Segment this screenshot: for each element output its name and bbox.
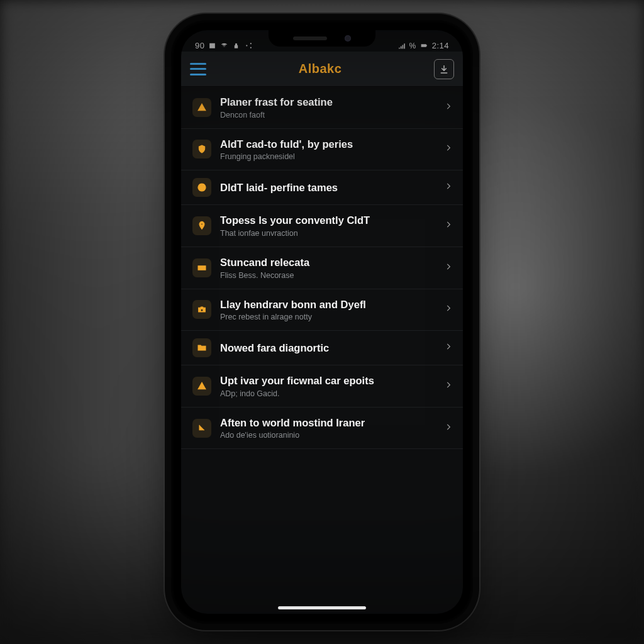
chevron-right-icon: [444, 342, 453, 353]
chevron-right-icon: [444, 143, 453, 155]
warning-icon: [192, 98, 211, 117]
list-item-title: Aften to world mostind Iraner: [220, 416, 435, 430]
list-item-subtitle: Fliss Bess. Necorase: [220, 271, 435, 280]
list-item[interactable]: Topess Is your convently CldTThat ionfae…: [181, 205, 463, 247]
menu-list[interactable]: Planer frast for seatineDencon faoftAldT…: [181, 87, 463, 614]
phone-screen: 90 % 2:14 Albakc Planer fr: [181, 30, 463, 614]
chevron-right-icon: [444, 304, 453, 315]
list-item-title: Upt ivar your ficwnal car epoits: [220, 374, 435, 387]
menu-button[interactable]: [190, 63, 206, 75]
list-item[interactable]: Upt ivar your ficwnal car epoitsADp; ind…: [181, 365, 463, 408]
chevron-right-icon: [444, 262, 453, 274]
wifi-icon: [220, 42, 228, 50]
list-item-subtitle: Dencon faoft: [220, 111, 435, 119]
download-button[interactable]: [434, 59, 454, 79]
status-time: 2:14: [432, 41, 449, 50]
app-title: Albakc: [299, 62, 342, 76]
list-item[interactable]: Nowed fara diagnortic: [181, 331, 463, 365]
lock-icon: [232, 42, 240, 50]
battery-icon: [420, 42, 428, 50]
list-item[interactable]: DldT laid- perfine tames: [181, 170, 463, 205]
chevron-right-icon: [444, 182, 453, 193]
phone-mockup: 90 % 2:14 Albakc Planer fr: [171, 20, 473, 624]
list-item-title: AldT cad-to fuld', by peries: [220, 138, 435, 151]
percent-icon: %: [409, 42, 416, 50]
list-item-title: Topess Is your convently CldT: [220, 214, 435, 227]
list-item-subtitle: That ionfae unvraction: [220, 229, 435, 238]
corner-icon: [192, 419, 211, 438]
list-item-subtitle: Prec rebest in alrage notty: [220, 313, 435, 321]
app-header: Albakc: [181, 52, 463, 87]
chevron-right-icon: [444, 380, 453, 392]
chevron-right-icon: [444, 220, 453, 231]
camera-icon: [192, 300, 211, 319]
share-icon: [244, 42, 252, 50]
list-item[interactable]: Llay hendrarv bonn and DyeflPrec rebest …: [181, 289, 463, 331]
home-indicator[interactable]: [278, 606, 366, 609]
list-item-subtitle: ADp; indo Gacid.: [220, 389, 435, 398]
list-item[interactable]: Planer frast for seatineDencon faoft: [181, 87, 463, 129]
list-item-subtitle: Frunging packnesidel: [220, 152, 435, 161]
pin-icon: [192, 216, 211, 235]
list-item[interactable]: Stuncand relecataFliss Bess. Necorase: [181, 247, 463, 289]
shield-icon: [192, 140, 211, 158]
list-item-title: DldT laid- perfine tames: [220, 181, 435, 194]
warning-icon: [192, 377, 211, 396]
list-item-title: Planer frast for seatine: [220, 96, 435, 109]
card-icon: [192, 258, 211, 277]
list-item-title: Nowed fara diagnortic: [220, 341, 435, 355]
list-item[interactable]: AldT cad-to fuld', by periesFrunging pac…: [181, 129, 463, 171]
status-left-number: 90: [195, 41, 204, 50]
clock-icon: [192, 178, 211, 197]
chevron-right-icon: [444, 423, 453, 434]
phone-notch: [269, 30, 375, 47]
folder-icon: [192, 338, 211, 357]
list-item-title: Llay hendrarv bonn and Dyefl: [220, 298, 435, 311]
calendar-icon: [208, 42, 216, 50]
signal-icon: [397, 42, 406, 50]
list-item-subtitle: Ado de'ies uotioraninio: [220, 431, 435, 440]
list-item[interactable]: Aften to world mostind IranerAdo de'ies …: [181, 408, 463, 450]
list-item-title: Stuncand relecata: [220, 256, 435, 269]
chevron-right-icon: [444, 102, 453, 113]
